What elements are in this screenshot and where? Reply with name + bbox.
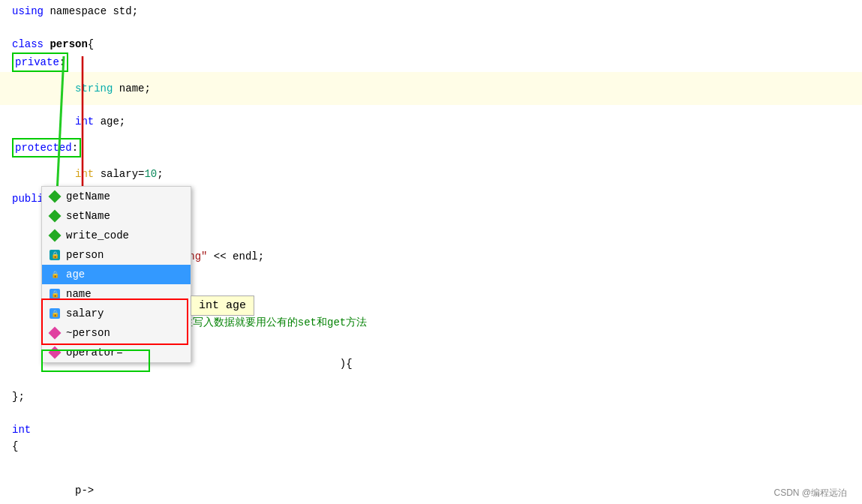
private-keyword: private: xyxy=(12,52,68,72)
ac-label-salary: salary xyxy=(66,308,104,320)
code-line-16 xyxy=(0,405,862,422)
kw-std: std xyxy=(113,3,131,20)
ac-item-operator[interactable]: operator= xyxy=(42,343,191,362)
code-line-6: int age; xyxy=(0,105,862,138)
code-line-19 xyxy=(0,454,862,471)
ac-item-getName[interactable]: getName xyxy=(42,187,191,206)
kw-int3: int xyxy=(12,422,31,438)
ac-item-person[interactable]: 🔒 person xyxy=(42,245,191,265)
lock-blue-icon-salary: 🔒 xyxy=(50,308,60,319)
footer-text: CSDN @编程远泊 xyxy=(773,488,847,498)
ac-label-getName: getName xyxy=(66,190,110,202)
ac-item-destructor[interactable]: ~person xyxy=(42,323,191,343)
kw-int1: int xyxy=(75,113,94,130)
brace-open: { xyxy=(88,36,94,52)
ac-label-name: name xyxy=(66,288,92,300)
semicolon4: ; xyxy=(157,166,163,182)
code-line-p-arrow: p-> xyxy=(0,474,862,504)
var-age: age xyxy=(101,113,119,130)
var-salary: salary xyxy=(101,166,138,182)
ac-item-salary[interactable]: 🔒 salary xyxy=(42,304,191,323)
icon-setName xyxy=(48,209,62,223)
autocomplete-dropdown[interactable]: getName setName write_code 🔒 person 🔒 ag xyxy=(41,186,191,363)
ac-item-age[interactable]: 🔒 age xyxy=(42,265,191,284)
semicolon2: ; xyxy=(144,80,150,97)
icon-getName xyxy=(48,190,62,203)
code-line-5: string name; xyxy=(0,72,862,105)
kw-string: string xyxy=(75,80,113,97)
protected-keyword: protected: xyxy=(12,138,81,158)
brace-close2: }; xyxy=(12,388,25,405)
tooltip-text: int age xyxy=(199,299,246,312)
code-line-17: int xyxy=(0,422,862,438)
icon-person: 🔒 xyxy=(48,248,62,262)
editor-area: using namespace std; class person{ priva… xyxy=(0,0,862,504)
kw-namespace: namespace xyxy=(50,3,107,20)
endl: endl xyxy=(233,248,258,265)
icon-age: 🔒 xyxy=(48,268,62,281)
code-line-7: protected: xyxy=(0,138,862,158)
kw-class: class xyxy=(12,36,44,52)
icon-salary: 🔒 xyxy=(48,307,62,320)
diamond-green-icon3 xyxy=(49,230,62,242)
icon-name: 🔒 xyxy=(48,287,62,301)
code-line-2 xyxy=(0,20,862,36)
ac-label-age: age xyxy=(66,268,85,280)
kw-int2: int xyxy=(75,166,94,182)
p-arrow: p-> xyxy=(75,482,94,499)
semicolon5: ; xyxy=(258,248,264,265)
semicolon: ; xyxy=(132,3,138,20)
brace-open3: { xyxy=(12,438,18,454)
ac-label-operator: operator= xyxy=(66,346,123,358)
ac-label-destructor: ~person xyxy=(66,327,110,339)
footer-credit: CSDN @编程远泊 xyxy=(773,487,847,500)
tooltip-int-age: int age xyxy=(191,296,254,316)
ac-label-setName: setName xyxy=(66,210,110,222)
ac-label-writeCode: write_code xyxy=(66,230,129,242)
diamond-pink-icon2 xyxy=(49,346,62,359)
icon-writeCode xyxy=(48,229,62,242)
code-line-1: using namespace std; xyxy=(0,3,862,20)
ac-label-person: person xyxy=(66,249,104,261)
icon-operator xyxy=(48,346,62,359)
code-line-18: { xyxy=(0,438,862,454)
ac-item-writeCode[interactable]: write_code xyxy=(42,226,191,245)
icon-destructor xyxy=(48,326,62,340)
ac-item-name[interactable]: 🔒 name xyxy=(42,284,191,304)
semicolon3: ; xyxy=(119,113,125,130)
code-line-4: private: xyxy=(0,52,862,72)
diamond-pink-icon1 xyxy=(49,327,62,340)
var-name: name xyxy=(119,80,145,97)
lock-blue-icon-name: 🔒 xyxy=(50,289,60,299)
ac-item-setName[interactable]: setName xyxy=(42,206,191,226)
class-name: person xyxy=(50,36,87,52)
diamond-green-icon2 xyxy=(49,210,62,223)
diamond-green-icon xyxy=(49,190,62,203)
code-line-3: class person{ xyxy=(0,36,862,52)
kw-using: using xyxy=(12,3,44,20)
code-line-15: }; xyxy=(0,388,862,405)
lock-blue-icon-age: 🔒 xyxy=(50,269,60,280)
lock-teal-icon: 🔒 xyxy=(50,250,60,260)
